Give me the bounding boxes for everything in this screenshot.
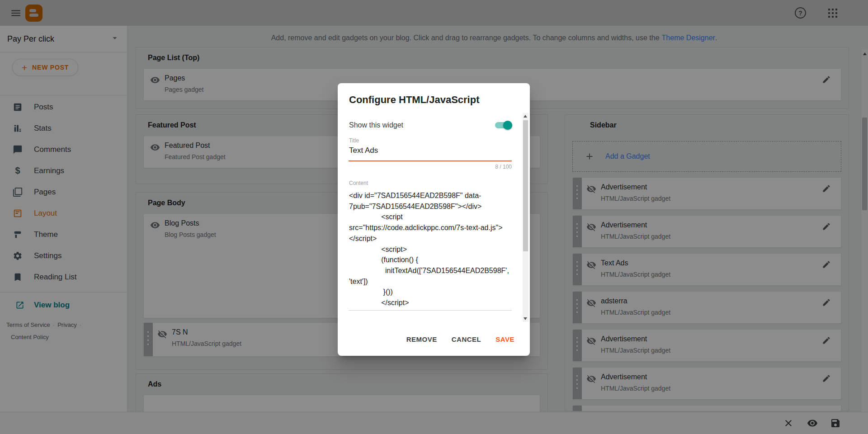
char-counter: 8 / 100 (495, 164, 512, 170)
title-field-label: Title (349, 137, 359, 144)
scroll-up-arrow-icon[interactable] (524, 115, 527, 118)
content-textarea[interactable]: <div id="7SAD156544EAD2B598F" data- 7pub… (349, 190, 512, 309)
scrollbar-thumb[interactable] (523, 120, 528, 251)
dialog-title: Configure HTML/JavaScript (349, 94, 479, 106)
cancel-button[interactable]: CANCEL (452, 335, 481, 343)
dialog-buttons: REMOVE CANCEL SAVE (406, 330, 514, 348)
content-field-label: Content (349, 180, 368, 186)
show-widget-toggle[interactable] (495, 122, 511, 128)
toggle-knob (503, 121, 512, 130)
configure-html-javascript-dialog: Configure HTML/JavaScript Show this widg… (338, 83, 530, 356)
scroll-down-arrow-icon[interactable] (524, 317, 527, 320)
show-widget-label: Show this widget (349, 121, 403, 129)
save-button[interactable]: SAVE (495, 335, 514, 343)
remove-button[interactable]: REMOVE (406, 335, 437, 343)
title-input-underline (349, 160, 512, 161)
dialog-scrollbar[interactable] (523, 113, 528, 322)
content-underline (349, 310, 512, 311)
blogger-layout-page: ? Pay Per click + NEW POST Posts Stats (0, 0, 868, 434)
title-input[interactable] (349, 146, 512, 155)
